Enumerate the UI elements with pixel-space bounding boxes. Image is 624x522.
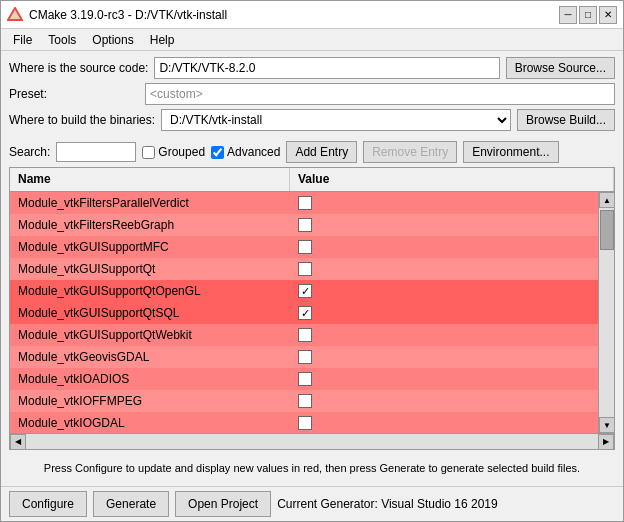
preset-label: Preset: bbox=[9, 87, 139, 101]
grouped-checkbox-label[interactable]: Grouped bbox=[142, 145, 205, 159]
menu-bar: File Tools Options Help bbox=[1, 29, 623, 51]
name-column-header: Name bbox=[10, 168, 290, 191]
menu-tools[interactable]: Tools bbox=[40, 31, 84, 49]
value-column-header: Value bbox=[290, 168, 614, 191]
title-bar: CMake 3.19.0-rc3 - D:/VTK/vtk-install ─ … bbox=[1, 1, 623, 29]
row-value-cell[interactable]: ✓ bbox=[290, 282, 598, 300]
table-row[interactable]: Module_vtkGUISupportMFC bbox=[10, 236, 598, 258]
table-row[interactable]: Module_vtkGUISupportQtWebkit bbox=[10, 324, 598, 346]
source-row: Where is the source code: Browse Source.… bbox=[9, 57, 615, 79]
row-value-cell[interactable] bbox=[290, 216, 598, 234]
row-value-cell[interactable] bbox=[290, 260, 598, 278]
advanced-checkbox-label[interactable]: Advanced bbox=[211, 145, 280, 159]
status-message: Press Configure to update and display ne… bbox=[44, 462, 580, 474]
table-header: Name Value bbox=[10, 168, 614, 192]
row-checkbox[interactable] bbox=[298, 372, 312, 386]
search-input[interactable] bbox=[56, 142, 136, 162]
search-row: Search: Grouped Advanced Add Entry Remov… bbox=[1, 137, 623, 167]
window-controls: ─ □ ✕ bbox=[559, 6, 617, 24]
row-name-cell: Module_vtkGUISupportQt bbox=[10, 260, 290, 278]
generate-button[interactable]: Generate bbox=[93, 491, 169, 517]
row-value-cell[interactable] bbox=[290, 238, 598, 256]
open-project-button[interactable]: Open Project bbox=[175, 491, 271, 517]
table-row[interactable]: Module_vtkFiltersReebGraph bbox=[10, 214, 598, 236]
row-checkbox[interactable]: ✓ bbox=[298, 306, 312, 320]
build-row: Where to build the binaries: D:/VTK/vtk-… bbox=[9, 109, 615, 131]
table-row[interactable]: Module_vtkGUISupportQt bbox=[10, 258, 598, 280]
scroll-thumb[interactable] bbox=[600, 210, 614, 250]
environment-button[interactable]: Environment... bbox=[463, 141, 558, 163]
search-label: Search: bbox=[9, 145, 50, 159]
scroll-right-arrow[interactable]: ▶ bbox=[598, 434, 614, 450]
scroll-left-arrow[interactable]: ◀ bbox=[10, 434, 26, 450]
window-title: CMake 3.19.0-rc3 - D:/VTK/vtk-install bbox=[29, 8, 559, 22]
browse-build-button[interactable]: Browse Build... bbox=[517, 109, 615, 131]
form-area: Where is the source code: Browse Source.… bbox=[1, 51, 623, 137]
entries-table: Name Value Module_vtkFiltersParallelVerd… bbox=[9, 167, 615, 450]
row-value-cell[interactable] bbox=[290, 414, 598, 432]
row-value-cell[interactable] bbox=[290, 348, 598, 366]
menu-options[interactable]: Options bbox=[84, 31, 141, 49]
row-value-cell[interactable] bbox=[290, 326, 598, 344]
source-label: Where is the source code: bbox=[9, 61, 148, 75]
bottom-bar: Configure Generate Open Project Current … bbox=[1, 486, 623, 521]
build-select[interactable]: D:/VTK/vtk-install bbox=[161, 109, 511, 131]
row-value-cell[interactable] bbox=[290, 194, 598, 212]
table-row[interactable]: Module_vtkIOFFMPEG bbox=[10, 390, 598, 412]
row-name-cell: Module_vtkIOADIOS bbox=[10, 370, 290, 388]
table-row[interactable]: Module_vtkGUISupportQtOpenGL✓ bbox=[10, 280, 598, 302]
maximize-button[interactable]: □ bbox=[579, 6, 597, 24]
row-name-cell: Module_vtkIOFFMPEG bbox=[10, 392, 290, 410]
close-button[interactable]: ✕ bbox=[599, 6, 617, 24]
preset-row: Preset: bbox=[9, 83, 615, 105]
row-checkbox[interactable] bbox=[298, 218, 312, 232]
build-label: Where to build the binaries: bbox=[9, 113, 155, 127]
table-row[interactable]: Module_vtkGeovisGDAL bbox=[10, 346, 598, 368]
row-value-cell[interactable] bbox=[290, 370, 598, 388]
vertical-scrollbar[interactable]: ▲ ▼ bbox=[598, 192, 614, 433]
row-name-cell: Module_vtkFiltersReebGraph bbox=[10, 216, 290, 234]
status-bar: Press Configure to update and display ne… bbox=[1, 450, 623, 486]
generator-info: Current Generator: Visual Studio 16 2019 bbox=[277, 497, 498, 511]
table-row[interactable]: Module_vtkIOADIOS bbox=[10, 368, 598, 390]
row-name-cell: Module_vtkIOGDAL bbox=[10, 414, 290, 432]
table-body: Module_vtkFiltersParallelVerdictModule_v… bbox=[10, 192, 598, 433]
advanced-label: Advanced bbox=[227, 145, 280, 159]
row-checkbox[interactable] bbox=[298, 262, 312, 276]
row-checkbox[interactable] bbox=[298, 350, 312, 364]
row-name-cell: Module_vtkGUISupportQtSQL bbox=[10, 304, 290, 322]
row-name-cell: Module_vtkGUISupportQtWebkit bbox=[10, 326, 290, 344]
grouped-label: Grouped bbox=[158, 145, 205, 159]
horizontal-scrollbar[interactable]: ◀ ▶ bbox=[10, 433, 614, 449]
grouped-checkbox[interactable] bbox=[142, 146, 155, 159]
table-scroll-area: Module_vtkFiltersParallelVerdictModule_v… bbox=[10, 192, 614, 433]
row-name-cell: Module_vtkGUISupportQtOpenGL bbox=[10, 282, 290, 300]
row-value-cell[interactable]: ✓ bbox=[290, 304, 598, 322]
table-row[interactable]: Module_vtkFiltersParallelVerdict bbox=[10, 192, 598, 214]
row-checkbox[interactable] bbox=[298, 196, 312, 210]
source-input[interactable] bbox=[154, 57, 499, 79]
browse-source-button[interactable]: Browse Source... bbox=[506, 57, 615, 79]
remove-entry-button[interactable]: Remove Entry bbox=[363, 141, 457, 163]
menu-file[interactable]: File bbox=[5, 31, 40, 49]
scroll-up-arrow[interactable]: ▲ bbox=[599, 192, 614, 208]
row-name-cell: Module_vtkFiltersParallelVerdict bbox=[10, 194, 290, 212]
minimize-button[interactable]: ─ bbox=[559, 6, 577, 24]
row-value-cell[interactable] bbox=[290, 392, 598, 410]
add-entry-button[interactable]: Add Entry bbox=[286, 141, 357, 163]
scroll-down-arrow[interactable]: ▼ bbox=[599, 417, 614, 433]
advanced-checkbox[interactable] bbox=[211, 146, 224, 159]
menu-help[interactable]: Help bbox=[142, 31, 183, 49]
row-checkbox[interactable] bbox=[298, 240, 312, 254]
table-row[interactable]: Module_vtkIOGDAL bbox=[10, 412, 598, 433]
row-checkbox[interactable] bbox=[298, 394, 312, 408]
table-row[interactable]: Module_vtkGUISupportQtSQL✓ bbox=[10, 302, 598, 324]
row-checkbox[interactable] bbox=[298, 328, 312, 342]
preset-input[interactable] bbox=[145, 83, 615, 105]
configure-button[interactable]: Configure bbox=[9, 491, 87, 517]
cmake-icon bbox=[7, 7, 23, 23]
row-checkbox[interactable]: ✓ bbox=[298, 284, 312, 298]
h-scroll-track bbox=[26, 435, 598, 449]
row-checkbox[interactable] bbox=[298, 416, 312, 430]
row-name-cell: Module_vtkGeovisGDAL bbox=[10, 348, 290, 366]
